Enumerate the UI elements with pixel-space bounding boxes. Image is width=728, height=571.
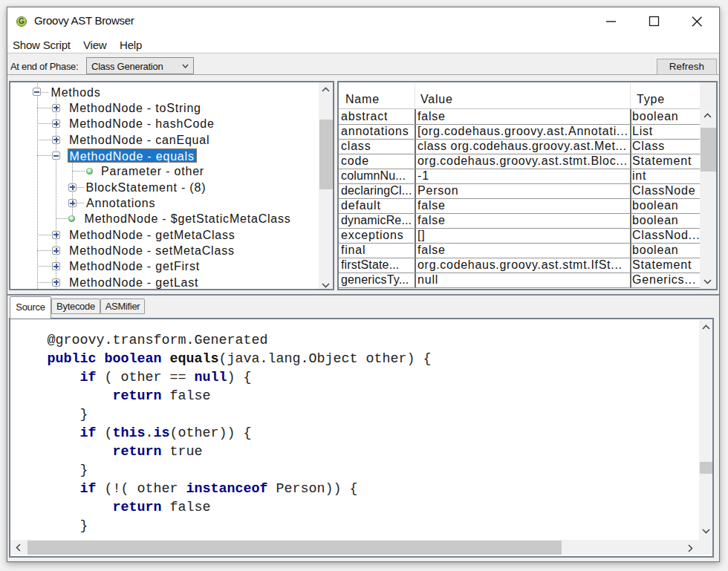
- svg-text:G: G: [19, 17, 25, 25]
